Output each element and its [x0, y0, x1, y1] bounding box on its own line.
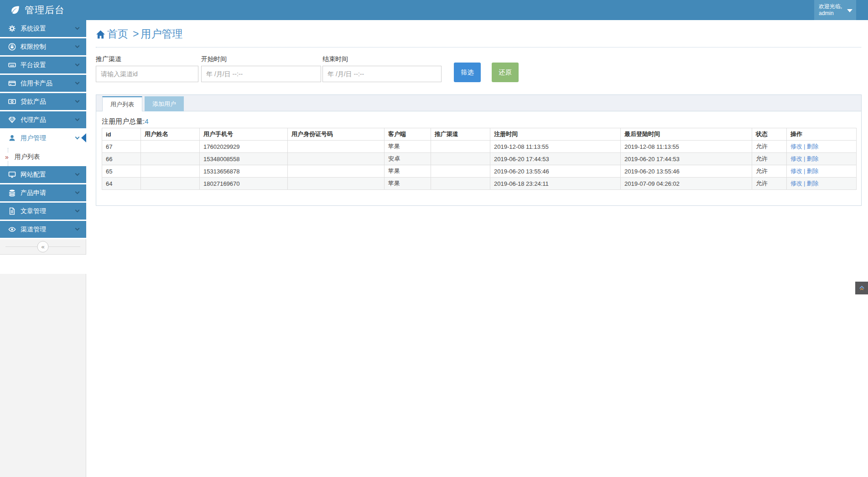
breadcrumb-divider: [96, 47, 861, 47]
action-separator: |: [802, 143, 806, 150]
cell-channel: [431, 165, 490, 178]
sidebar-item-article-management[interactable]: 文章管理: [0, 203, 86, 220]
edit-link[interactable]: 修改: [790, 155, 802, 162]
table-row: 6717602029929苹果2019-12-08 11:13:552019-1…: [102, 141, 857, 153]
sidebar-item-label: 代理产品: [21, 116, 46, 124]
leaf-logo-icon: [9, 5, 21, 16]
filter-button[interactable]: 筛选: [454, 63, 481, 82]
cell-status: 允许: [752, 153, 787, 165]
username: admin: [819, 10, 847, 17]
cell-actions: 修改|删除: [787, 153, 857, 165]
tab-user-list[interactable]: 用户列表: [102, 96, 142, 111]
welcome-text: 欢迎光临,: [819, 3, 847, 10]
sidebar-item-label: 信用卡产品: [21, 79, 52, 88]
cell-last-login-time: 2019-07-09 04:26:02: [621, 178, 752, 190]
start-time-input[interactable]: [201, 66, 321, 82]
cell-register-time: 2019-06-20 17:44:53: [490, 153, 621, 165]
sidebar-item-label: 权限控制: [21, 43, 46, 51]
action-separator: |: [802, 168, 806, 174]
sidebar-item-site-config[interactable]: 网站配置: [0, 166, 86, 183]
table-row: 6418027169670苹果2019-06-18 23:24:112019-0…: [102, 178, 857, 190]
chevron-down-icon: [75, 80, 80, 85]
cell-client: 苹果: [385, 165, 431, 178]
sidebar-item-agent-products[interactable]: 代理产品: [0, 111, 86, 128]
keyboard-icon: [8, 61, 16, 69]
column-header-2: 用户手机号: [200, 128, 288, 141]
cell-channel: [431, 153, 490, 165]
filter-bar: 推广渠道 开始时间 结束时间 筛选 还原: [96, 55, 861, 82]
sidebar-item-system-settings[interactable]: 系统设置: [0, 20, 86, 37]
subitem-label: 用户列表: [15, 153, 40, 161]
table-header-row: id用户姓名用户手机号用户身份证号码客户端推广渠道注册时间最后登陆时间状态操作: [102, 128, 857, 141]
cell-status: 允许: [752, 165, 787, 178]
sidebar-subitem-user-list[interactable]: »用户列表: [0, 148, 86, 166]
cell-id: 65: [102, 165, 141, 178]
edit-link[interactable]: 修改: [790, 143, 802, 150]
column-header-1: 用户姓名: [141, 128, 200, 141]
sidebar-item-loan-products[interactable]: 贷款产品: [0, 93, 86, 110]
credit-card-icon: [8, 79, 16, 87]
chevron-down-icon: [75, 99, 80, 103]
cell-channel: [431, 178, 490, 190]
sidebar-item-label: 渠道管理: [21, 225, 46, 234]
edit-link[interactable]: 修改: [790, 168, 802, 174]
sidebar-collapse-button[interactable]: «: [37, 241, 49, 252]
column-header-4: 客户端: [385, 128, 431, 141]
sidebar-item-label: 产品申请: [21, 189, 46, 197]
breadcrumb-home[interactable]: 首页: [107, 27, 128, 41]
end-time-label: 结束时间: [322, 55, 442, 63]
channel-input[interactable]: [96, 66, 198, 82]
end-time-input[interactable]: [322, 66, 442, 82]
chevron-down-icon: [75, 117, 80, 121]
start-time-label: 开始时间: [201, 55, 321, 63]
sidebar-item-user-management[interactable]: 用户管理: [0, 130, 86, 147]
column-header-0: id: [102, 128, 141, 141]
delete-link[interactable]: 删除: [806, 180, 818, 187]
cell-last-login-time: 2019-06-20 17:44:53: [621, 153, 752, 165]
database-icon: [8, 189, 16, 197]
cell-register-time: 2019-12-08 11:13:55: [490, 141, 621, 153]
chevron-up-icon: [858, 285, 865, 292]
panel-body: 注册用户总量:4 id用户姓名用户手机号用户身份证号码客户端推广渠道注册时间最后…: [96, 111, 861, 205]
cell-client: 苹果: [385, 141, 431, 153]
sidebar-item-platform-settings[interactable]: 平台设置: [0, 57, 86, 73]
lock-icon: [8, 43, 16, 51]
chevron-down-icon: [75, 226, 80, 231]
sidebar-item-label: 平台设置: [21, 61, 46, 69]
user-icon: [8, 134, 16, 142]
cell-client: 苹果: [385, 178, 431, 190]
cell-actions: 修改|删除: [787, 165, 857, 178]
sidebar-item-product-apply[interactable]: 产品申请: [0, 184, 86, 201]
breadcrumb-separator: >: [133, 28, 139, 40]
column-header-8: 状态: [752, 128, 787, 141]
delete-link[interactable]: 删除: [806, 143, 818, 150]
chevron-down-icon: [75, 62, 80, 67]
column-header-3: 用户身份证号码: [288, 128, 385, 141]
action-separator: |: [802, 155, 806, 162]
cell-name: [141, 165, 200, 178]
active-item-arrow: [81, 133, 86, 142]
tab-add-user[interactable]: 添加用户: [145, 96, 184, 111]
back-to-top-button[interactable]: [855, 282, 868, 294]
reset-button[interactable]: 还原: [492, 63, 519, 82]
diamond-icon: [8, 116, 16, 124]
table-row: 6615348008558安卓2019-06-20 17:44:532019-0…: [102, 153, 857, 165]
sidebar-item-credit-card-products[interactable]: 信用卡产品: [0, 75, 86, 92]
chevron-down-icon: [75, 26, 80, 30]
cell-channel: [431, 141, 490, 153]
delete-link[interactable]: 删除: [806, 168, 818, 174]
sidebar-item-label: 用户管理: [21, 134, 46, 142]
sidebar-item-channel-management[interactable]: 渠道管理: [0, 221, 86, 238]
edit-link[interactable]: 修改: [790, 180, 802, 187]
user-menu[interactable]: 欢迎光临, admin: [814, 0, 856, 20]
cell-last-login-time: 2019-12-08 11:13:55: [621, 141, 752, 153]
summary-count[interactable]: 4: [145, 117, 148, 125]
brand: 管理后台: [9, 0, 65, 20]
app-title: 管理后台: [25, 4, 65, 16]
monitor-icon: [8, 171, 16, 178]
cell-phone: 17602029929: [200, 141, 288, 153]
sidebar-item-permission-control[interactable]: 权限控制: [0, 38, 86, 55]
delete-link[interactable]: 删除: [806, 155, 818, 162]
eye-icon: [8, 225, 16, 233]
cell-id-card: [288, 178, 385, 190]
